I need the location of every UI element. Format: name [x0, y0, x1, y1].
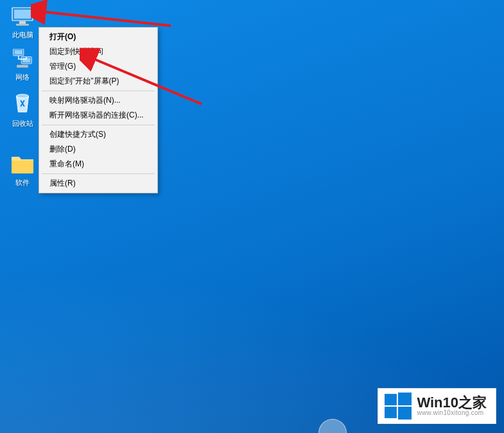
menu-item-properties[interactable]: 属性(R) [40, 176, 156, 191]
windows-logo-icon [385, 393, 412, 420]
menu-item-create-shortcut[interactable]: 创建快捷方式(S) [40, 127, 156, 142]
menu-item-map-drive[interactable]: 映射网络驱动器(N)... [40, 93, 156, 108]
svg-rect-14 [385, 407, 397, 418]
svg-rect-8 [17, 65, 28, 67]
watermark-title-en: Win10 [417, 394, 458, 411]
folder-icon [10, 153, 35, 175]
svg-rect-13 [398, 393, 412, 405]
desktop-icons: 此电脑 网络 回收站 软件 [4, 6, 42, 197]
svg-rect-3 [16, 24, 29, 26]
menu-item-pin-start[interactable]: 固定到"开始"屏幕(P) [40, 74, 156, 89]
menu-separator [42, 125, 155, 125]
menu-item-delete[interactable]: 删除(D) [40, 142, 156, 157]
watermark: Win10之家 www.win10xitong.com [378, 388, 496, 424]
menu-item-rename[interactable]: 重命名(M) [40, 157, 156, 172]
computer-icon [10, 6, 35, 27]
desktop-icon-label: 软件 [4, 178, 41, 188]
desktop-icon-label: 回收站 [4, 119, 41, 128]
recycle-bin-icon [10, 91, 35, 116]
svg-line-10 [41, 12, 171, 26]
watermark-url: www.win10xitong.com [417, 410, 487, 416]
svg-rect-1 [14, 10, 31, 19]
network-icon [10, 49, 35, 69]
desktop-icon-network[interactable]: 网络 [4, 49, 41, 82]
menu-item-pin-quick-access[interactable]: 固定到快速访问 [40, 44, 156, 59]
desktop-icon-label: 网络 [4, 73, 41, 82]
desktop-icon-software-folder[interactable]: 软件 [4, 153, 41, 188]
menu-separator [42, 91, 155, 91]
svg-point-9 [17, 94, 29, 98]
svg-rect-5 [15, 50, 22, 55]
menu-item-open[interactable]: 打开(O) [40, 30, 156, 44]
svg-rect-12 [385, 394, 397, 405]
desktop-icon-recycle-bin[interactable]: 回收站 [4, 91, 41, 128]
partial-bubble [318, 419, 347, 433]
desktop-icon-this-pc[interactable]: 此电脑 [4, 6, 41, 40]
svg-rect-2 [19, 21, 26, 24]
watermark-title-zh: 之家 [458, 394, 487, 411]
svg-rect-15 [398, 407, 412, 420]
menu-item-disconnect-drive[interactable]: 断开网络驱动器的连接(C)... [40, 108, 156, 123]
menu-separator [42, 173, 155, 174]
watermark-title: Win10之家 [417, 396, 487, 410]
desktop-icon-label: 此电脑 [4, 30, 41, 40]
menu-item-manage[interactable]: 管理(G) [40, 59, 156, 74]
context-menu: 打开(O) 固定到快速访问 管理(G) 固定到"开始"屏幕(P) 映射网络驱动器… [39, 27, 158, 193]
